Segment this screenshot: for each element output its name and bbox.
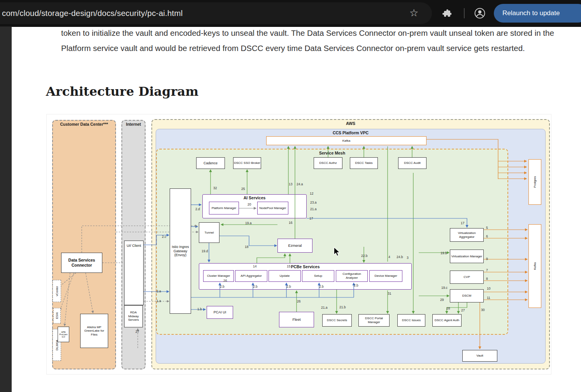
node-rda-midway-servers: RDA Midway Servers — [124, 305, 143, 327]
browser-toolbar: com/cloud/storage-design/docs/security/p… — [0, 0, 581, 27]
node-dscc-agent-auth: DSCC Agent Auth — [432, 314, 462, 327]
group-label-ai-services: AI Services — [203, 195, 306, 200]
node-dscc-sso-broker: DSCC SSO Broker — [233, 157, 261, 169]
edge-label: 2.a — [156, 289, 161, 293]
window-left-edge — [0, 26, 12, 392]
edge-label: 31 — [388, 292, 391, 295]
zone-label-vpc: CCS Platform VPC — [156, 130, 545, 135]
edge-label: 5 — [486, 226, 488, 230]
node-ui-client: UI/ Client — [124, 241, 144, 305]
node-dscm: DSCM — [450, 289, 484, 302]
group-label-pcbe-services: PCBe Services — [199, 264, 411, 269]
edge-label: 17 — [309, 216, 313, 220]
body-paragraph: token to initialize the vault and encode… — [61, 26, 556, 56]
edge-label: 19.d — [202, 249, 208, 253]
edge-label: 18 — [245, 245, 248, 249]
edge-label: 21.a — [321, 306, 328, 309]
edge-label: 28 — [446, 306, 450, 310]
node-vault: Vault — [462, 350, 497, 362]
zone-label-aws: AWS — [152, 121, 549, 126]
node-virtualization-aggregator: Virtualization Aggregator — [450, 228, 484, 242]
edge-label: 6 — [486, 234, 488, 238]
node-cvp: CVP — [450, 271, 484, 284]
edge-label: 20 — [247, 202, 251, 206]
architecture-diagram: Customer Data Center*** Internet AWS CCS… — [46, 114, 551, 374]
node-dscc-authz: DSCC Authz — [314, 157, 342, 169]
node-platform-manager: Platform Manager — [209, 202, 239, 214]
edge-label: 21.b — [339, 305, 346, 309]
node-pcai-ui: PCAI UI — [207, 306, 233, 319]
node-setup: Setup — [302, 270, 334, 282]
edge-label: 2.d — [195, 207, 200, 211]
node-tunnel: Tunnel — [199, 222, 219, 243]
edge-label: 2.b — [253, 285, 258, 288]
edge-label: 24.b — [397, 255, 403, 259]
node-dscc-issues: DSCC Issues — [397, 314, 425, 327]
url-bar[interactable]: com/cloud/storage-design/docs/security/p… — [0, 2, 432, 24]
node-dscc-secrets: DSCC Secrets — [322, 314, 352, 327]
edge-label: 30 — [481, 308, 484, 312]
node-cadence: Cadence — [196, 157, 225, 169]
bookmark-star-icon[interactable]: ☆ — [409, 7, 418, 19]
relaunch-button[interactable]: Relaunch to update — [494, 4, 581, 23]
edge-label: 17 — [461, 221, 464, 225]
edge-label: 27 — [461, 308, 465, 312]
node-kafka-right: Kafka — [528, 224, 541, 308]
url-text[interactable]: com/cloud/storage-design/docs/security/p… — [2, 2, 183, 24]
edge-label: 22.b — [361, 254, 368, 258]
node-nodepool-manager: NodePool Manager — [257, 202, 288, 214]
edge-label: 19.a — [245, 221, 252, 225]
edge-label: 29 — [440, 298, 444, 302]
node-vcenter: vCenter — [53, 280, 61, 302]
edge-label: 8 — [486, 277, 488, 281]
edge-label: 10 — [487, 287, 490, 290]
node-fleet: Fleet — [279, 312, 314, 327]
page-title: Architecture Diagram — [46, 84, 198, 99]
extensions-icon[interactable] — [442, 9, 451, 19]
edge-label: 27 — [135, 330, 139, 334]
edge-label: 23.a — [310, 200, 317, 204]
node-dscc-tasks: DSCC Tasks — [350, 157, 378, 169]
edge-label: 25 — [241, 187, 245, 191]
mouse-cursor-icon — [333, 247, 341, 258]
edge-label: 2.b — [220, 285, 225, 288]
profile-icon[interactable] — [474, 7, 486, 21]
node-update: Update — [269, 270, 301, 282]
node-data-services-connector: Data Services Connector — [61, 253, 102, 273]
edge-label: 16 — [289, 221, 292, 225]
node-postgres: Postgres — [528, 159, 541, 205]
node-dscc-portal-manager: DSCC Portal Manager — [358, 314, 390, 327]
screen: { "browser": { "url": "com/cloud/storage… — [0, 0, 581, 392]
node-configuration-analyzer: Configuration Analyzer — [336, 270, 368, 282]
node-esxi: ESXi — [53, 308, 61, 323]
edge-label: 2.b — [354, 283, 358, 287]
edge-label: 26 — [223, 279, 227, 283]
edge-label: 11 — [487, 296, 490, 300]
node-ezmeral: Ezmeral — [277, 239, 312, 253]
zone-label-internet: Internet — [122, 122, 145, 127]
edge-label: 3 — [407, 256, 409, 260]
node-cluster-manager: Cluster Manager — [203, 270, 234, 282]
edge-label: 19.c — [441, 286, 448, 290]
edge-label: 2.c — [162, 235, 166, 239]
zone-label-customer-dc: Customer Data Center*** — [53, 122, 115, 127]
node-dscc-audit: DSCC Audit — [398, 157, 427, 169]
zone-label-service-mesh: Service Mesh — [157, 151, 507, 155]
edge-label: 26 — [297, 299, 300, 303]
edge-label: 12 — [310, 192, 313, 195]
edge-label: 15 — [287, 264, 290, 268]
edge-label: 2.b — [286, 285, 291, 288]
edge-label: 32 — [213, 186, 217, 190]
node-hpe-ilo: HPE ProLiant iLO — [58, 327, 69, 342]
toolbar-divider — [464, 8, 465, 18]
edge-label: 9 — [486, 257, 488, 261]
node-virtualization-manager: Virtualization Manager — [450, 250, 484, 263]
edge-label: 1.b — [197, 307, 202, 311]
edge-label: 4 — [388, 255, 390, 259]
edge-label: 19.b — [441, 251, 447, 255]
edge-label: 14 — [253, 264, 256, 268]
node-device-manager: Device Manager — [369, 270, 402, 282]
node-api-aggregator: API Aggregator — [235, 270, 267, 282]
edge-label: 13 — [289, 182, 292, 186]
edge-label: 21.a — [310, 207, 317, 211]
